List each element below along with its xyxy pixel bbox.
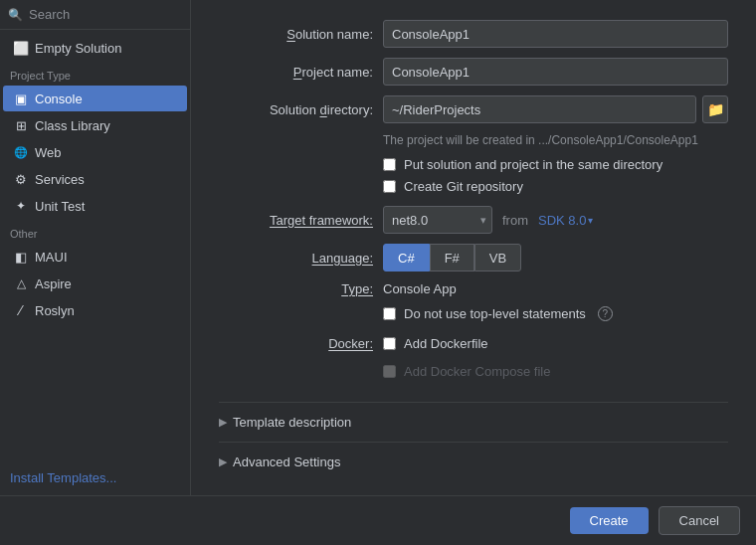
- language-label: Language:: [219, 251, 373, 266]
- lang-vb-button[interactable]: VB: [474, 244, 521, 272]
- template-chevron-icon: ▶: [219, 416, 227, 429]
- advanced-settings-label: Advanced Settings: [233, 454, 340, 469]
- path-hint: The project will be created in .../Conso…: [383, 133, 728, 147]
- nav-label-maui: MAUI: [35, 250, 68, 265]
- nav-label-console: Console: [35, 91, 83, 106]
- unit-test-icon: [13, 198, 29, 214]
- language-buttons: C# F# VB: [383, 244, 521, 272]
- git-label[interactable]: Create Git repository: [404, 179, 523, 194]
- sdk-link[interactable]: SDK 8.0 ▾: [538, 213, 593, 228]
- info-icon[interactable]: ?: [598, 306, 613, 321]
- sdk-label: SDK 8.0: [538, 213, 586, 228]
- sdk-chevron-icon: ▾: [588, 215, 593, 226]
- nav-item-roslyn[interactable]: Roslyn: [3, 297, 187, 323]
- services-icon: [13, 171, 29, 187]
- new-project-dialog: 🔍 Empty Solution Project Type Console Cl…: [0, 0, 756, 545]
- solution-dir-row: Solution directory: 📁: [219, 95, 728, 123]
- divider-1: [219, 402, 728, 403]
- solution-name-label: Solution name:: [219, 27, 373, 42]
- browse-button[interactable]: 📁: [702, 95, 728, 123]
- nav-label-roslyn: Roslyn: [35, 303, 75, 318]
- aspire-icon: [13, 275, 29, 291]
- dialog-footer: Create Cancel: [0, 495, 756, 545]
- maui-icon: [13, 249, 29, 265]
- lang-csharp-button[interactable]: C#: [383, 244, 430, 272]
- template-description-label: Template description: [233, 415, 351, 430]
- right-panel: Solution name: Project name: Solution di…: [191, 0, 756, 495]
- add-compose-checkbox[interactable]: [383, 365, 396, 378]
- section-other: Other: [0, 220, 190, 243]
- folder-icon: 📁: [707, 101, 724, 117]
- nav-label-unit-test: Unit Test: [35, 199, 85, 214]
- nav-list: Empty Solution Project Type Console Clas…: [0, 30, 190, 460]
- lang-fsharp-button[interactable]: F#: [430, 244, 474, 272]
- web-icon: [13, 144, 29, 160]
- project-name-label: Project name:: [219, 65, 373, 80]
- same-dir-label[interactable]: Put solution and project in the same dir…: [404, 157, 662, 172]
- nav-item-services[interactable]: Services: [3, 166, 187, 192]
- no-top-level-checkbox[interactable]: [383, 307, 396, 320]
- project-name-row: Project name:: [219, 58, 728, 86]
- console-icon: [13, 91, 29, 106]
- target-framework-row: Target framework: net8.0 from SDK 8.0 ▾: [219, 206, 728, 234]
- install-templates-link[interactable]: Install Templates...: [0, 460, 190, 495]
- nav-item-class-library[interactable]: Class Library: [3, 112, 187, 138]
- project-name-input[interactable]: [383, 58, 728, 86]
- docker-options: Add Dockerfile Add Docker Compose file: [383, 336, 550, 386]
- nav-item-unit-test[interactable]: Unit Test: [3, 193, 187, 219]
- docker-row: Docker: Add Dockerfile Add Docker Compos…: [219, 336, 728, 386]
- framework-select[interactable]: net8.0: [383, 206, 492, 234]
- nav-item-aspire[interactable]: Aspire: [3, 271, 187, 296]
- search-bar[interactable]: 🔍: [0, 0, 190, 30]
- git-row[interactable]: Create Git repository: [383, 179, 728, 194]
- create-button[interactable]: Create: [570, 507, 649, 534]
- class-library-icon: [13, 117, 29, 133]
- add-dockerfile-row[interactable]: Add Dockerfile: [383, 336, 550, 351]
- empty-solution-icon: [13, 40, 29, 56]
- search-input[interactable]: [29, 7, 182, 22]
- from-label: from: [502, 213, 528, 228]
- add-compose-row[interactable]: Add Docker Compose file: [383, 364, 550, 379]
- template-description-row[interactable]: ▶ Template description: [219, 409, 728, 436]
- nav-label-services: Services: [35, 172, 85, 187]
- target-framework-label: Target framework:: [219, 213, 373, 228]
- nav-item-console[interactable]: Console: [3, 86, 187, 111]
- language-row: Language: C# F# VB: [219, 244, 728, 272]
- section-project-type: Project Type: [0, 62, 190, 85]
- framework-select-wrapper[interactable]: net8.0: [383, 206, 492, 234]
- left-panel: 🔍 Empty Solution Project Type Console Cl…: [0, 0, 191, 495]
- solution-dir-input[interactable]: [383, 95, 696, 123]
- cancel-button[interactable]: Cancel: [659, 506, 740, 535]
- nav-item-maui[interactable]: MAUI: [3, 244, 187, 270]
- same-dir-checkbox[interactable]: [383, 158, 396, 171]
- add-dockerfile-label[interactable]: Add Dockerfile: [404, 336, 488, 351]
- same-dir-row[interactable]: Put solution and project in the same dir…: [383, 157, 728, 172]
- type-label: Type:: [219, 281, 373, 296]
- roslyn-icon: [13, 302, 29, 318]
- add-dockerfile-checkbox[interactable]: [383, 337, 396, 350]
- type-value: Console App: [383, 281, 457, 296]
- nav-label-aspire: Aspire: [35, 276, 72, 291]
- search-icon: 🔍: [8, 8, 23, 22]
- nav-item-empty-solution[interactable]: Empty Solution: [3, 35, 187, 61]
- advanced-chevron-icon: ▶: [219, 455, 227, 468]
- dir-row: 📁: [383, 95, 728, 123]
- type-row: Type: Console App: [219, 281, 728, 296]
- docker-label: Docker:: [219, 336, 373, 351]
- solution-name-row: Solution name:: [219, 20, 728, 48]
- solution-name-input[interactable]: [383, 20, 728, 48]
- nav-label-empty-solution: Empty Solution: [35, 41, 121, 56]
- solution-dir-label: Solution directory:: [219, 102, 373, 117]
- no-top-level-row[interactable]: Do not use top-level statements ?: [383, 306, 728, 321]
- nav-item-web[interactable]: Web: [3, 139, 187, 165]
- add-compose-label: Add Docker Compose file: [404, 364, 550, 379]
- nav-label-web: Web: [35, 145, 62, 160]
- git-checkbox[interactable]: [383, 180, 396, 193]
- divider-2: [219, 442, 728, 443]
- no-top-level-label[interactable]: Do not use top-level statements: [404, 306, 586, 321]
- nav-label-class-library: Class Library: [35, 118, 110, 133]
- advanced-settings-row[interactable]: ▶ Advanced Settings: [219, 449, 728, 475]
